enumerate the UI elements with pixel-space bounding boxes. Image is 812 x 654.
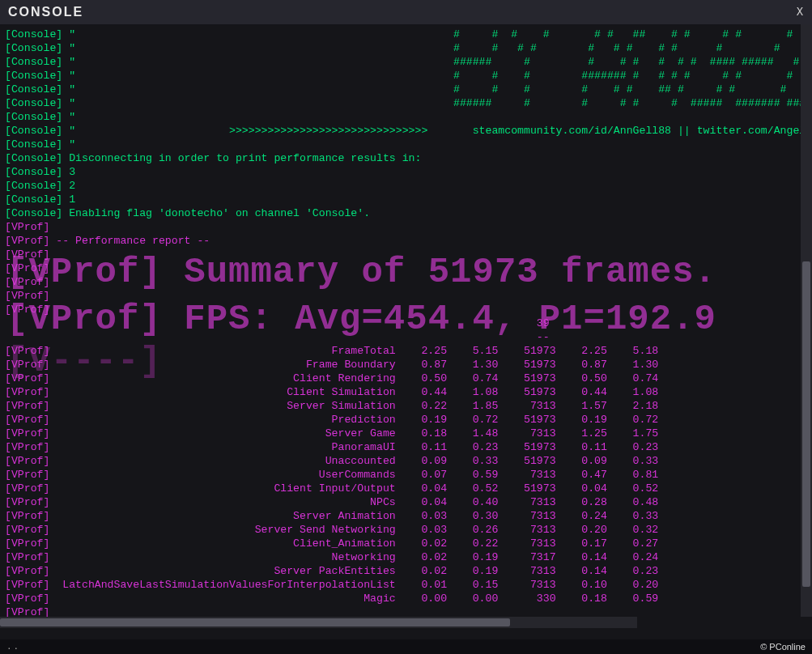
vertical-scrollbar-thumb[interactable] <box>802 261 810 588</box>
console-text: [Console] " # # # # # # ## # # # # # [Co… <box>0 24 801 617</box>
console-output[interactable]: [Console] " # # # # # # ## # # # # # [Co… <box>0 24 801 617</box>
close-button[interactable]: X <box>793 5 807 19</box>
status-left: .. <box>6 642 20 652</box>
horizontal-scrollbar-thumb[interactable] <box>0 618 510 626</box>
horizontal-scrollbar[interactable] <box>0 617 637 628</box>
titlebar: CONSOLE X <box>0 0 812 24</box>
watermark: © PConline <box>760 642 806 652</box>
vertical-scrollbar[interactable] <box>801 24 812 617</box>
status-bar: .. © PConline <box>0 639 812 654</box>
console-body: [Console] " # # # # # # ## # # # # # [Co… <box>0 24 812 639</box>
console-window: CONSOLE X [Console] " # # # # # # ## # #… <box>0 0 812 654</box>
window-title: CONSOLE <box>8 5 83 19</box>
